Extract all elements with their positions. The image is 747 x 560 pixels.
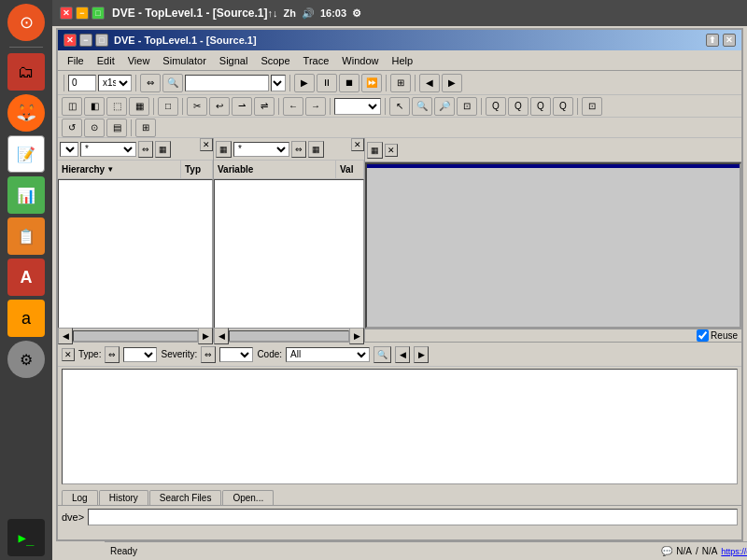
win-close-button[interactable]: ✕ [63, 34, 77, 47]
variable-list-btn[interactable]: ▦ [308, 141, 324, 158]
tb2-cursor[interactable]: ↖ [389, 97, 410, 116]
tb2-10[interactable]: ← [283, 97, 303, 116]
tb3-4[interactable]: ⊞ [135, 119, 156, 137]
severity-view-btn[interactable]: ⇔ [201, 346, 216, 363]
menu-window[interactable]: Window [336, 53, 384, 68]
tb2-1[interactable]: ◫ [62, 97, 82, 116]
log-next-btn[interactable]: ▶ [414, 346, 429, 363]
variable-hscrollbar[interactable]: ◀ ▶ [214, 329, 364, 342]
var-scroll-left-btn[interactable]: ◀ [214, 328, 229, 344]
log-prev-btn[interactable]: ◀ [395, 346, 410, 363]
wave-close-btn[interactable]: ✕ [385, 144, 398, 157]
presentation-icon[interactable]: 📋 [7, 217, 45, 255]
hierarchy-mode-btn[interactable]: ⇔ [138, 141, 153, 158]
menu-simulator[interactable]: Simulator [157, 53, 211, 68]
reuse-checkbox[interactable] [697, 329, 709, 342]
terminal-icon[interactable]: ▶_ [7, 519, 45, 556]
spreadsheet-icon[interactable]: 📊 [7, 176, 45, 214]
tb2-z3[interactable]: Q [530, 97, 551, 116]
tb3-3[interactable]: ▤ [106, 119, 127, 137]
variable-close-btn[interactable]: ✕ [351, 138, 364, 151]
menu-trace[interactable]: Trace [298, 53, 335, 68]
amazon-icon[interactable]: a [7, 300, 45, 337]
status-link[interactable]: https://eg...rg/... [721, 547, 747, 556]
text-editor-icon[interactable]: 📝 [7, 135, 45, 173]
scale-select[interactable]: x1s [98, 75, 132, 91]
variable-type[interactable]: * [233, 142, 289, 157]
search-input[interactable] [185, 75, 269, 91]
tb-stop-btn[interactable]: ⏹ [339, 74, 359, 92]
win-close2-button[interactable]: ✕ [723, 34, 736, 47]
log-search-btn[interactable]: 🔍 [374, 346, 391, 363]
type-select[interactable] [123, 347, 157, 362]
tb3-2[interactable]: ⊙ [84, 119, 105, 137]
scroll-right-btn[interactable]: ▶ [198, 328, 213, 344]
tb2-9[interactable]: ⇌ [254, 97, 275, 116]
hierarchy-content[interactable] [58, 179, 213, 329]
type-view-btn[interactable]: ⇔ [105, 346, 120, 363]
os-min-button[interactable]: − [76, 7, 89, 20]
tb2-z1[interactable]: Q [486, 97, 506, 116]
scrollbar-track[interactable] [73, 330, 198, 342]
log-content[interactable] [62, 369, 738, 484]
menu-signal[interactable]: Signal [214, 53, 254, 68]
firefox-icon[interactable]: 🦊 [7, 94, 45, 132]
tab-history[interactable]: History [99, 490, 148, 505]
tab-log[interactable]: Log [62, 490, 98, 505]
tb2-2[interactable]: ◧ [84, 97, 105, 116]
scroll-left-btn[interactable]: ◀ [58, 328, 73, 344]
var-scrollbar-track[interactable] [229, 330, 349, 342]
variable-content[interactable] [214, 179, 364, 329]
os-close-button[interactable]: ✕ [60, 7, 73, 20]
reuse-checkbox-container[interactable]: Reuse [697, 329, 738, 342]
severity-select[interactable] [219, 347, 253, 362]
var-scroll-right-btn[interactable]: ▶ [349, 328, 364, 344]
menu-view[interactable]: View [122, 53, 156, 68]
hierarchy-hscrollbar[interactable]: ◀ ▶ [58, 329, 213, 342]
tb2-z4[interactable]: Q [553, 97, 573, 116]
tb2-select[interactable] [334, 98, 381, 115]
variable-view-btn[interactable]: ▦ [216, 141, 232, 158]
tb2-z2[interactable]: Q [508, 97, 529, 116]
win-restore-button[interactable]: ⬆ [706, 34, 719, 47]
tb-btn-1[interactable]: ⇔ [140, 74, 161, 92]
tab-open[interactable]: Open... [222, 490, 274, 505]
tb-ff-btn[interactable]: ⏩ [361, 74, 382, 92]
tb2-zoom-in[interactable]: 🔍 [412, 97, 432, 116]
code-select[interactable]: All [286, 347, 370, 362]
tb2-8[interactable]: ⇀ [232, 97, 252, 116]
wave-content[interactable] [365, 162, 741, 329]
menu-help[interactable]: Help [386, 53, 418, 68]
tb-pause-btn[interactable]: ⏸ [317, 74, 337, 92]
hierarchy-close-btn[interactable]: ✕ [200, 138, 213, 151]
tb2-6[interactable]: ✂ [187, 97, 207, 116]
value-input[interactable] [68, 75, 96, 91]
os-max-button[interactable]: □ [92, 7, 105, 20]
menu-scope[interactable]: Scope [255, 53, 295, 68]
tb2-fit[interactable]: ⊡ [457, 97, 477, 116]
cmd-input[interactable] [88, 509, 738, 525]
search-select[interactable] [271, 75, 286, 91]
variable-mode-btn[interactable]: ⇔ [291, 141, 306, 158]
ubuntu-icon[interactable]: ⊙ [7, 4, 45, 41]
wave-view-btn[interactable]: ▦ [367, 142, 383, 159]
tb2-11[interactable]: → [305, 97, 326, 116]
tb2-3[interactable]: ⬚ [106, 97, 127, 116]
settings-icon[interactable]: ⚙ [7, 341, 45, 378]
tb-play-btn[interactable]: ▶ [294, 74, 315, 92]
tb2-4[interactable]: ▦ [129, 97, 149, 116]
tb2-zoom-out[interactable]: 🔎 [434, 97, 455, 116]
menu-edit[interactable]: Edit [92, 53, 120, 68]
tab-search-files[interactable]: Search Files [149, 490, 222, 505]
hierarchy-type[interactable]: * [80, 142, 136, 157]
tb-left-btn[interactable]: ◀ [419, 74, 440, 92]
log-close-btn[interactable]: ✕ [62, 348, 75, 361]
file-manager-icon[interactable]: 🗂 [7, 53, 45, 91]
hierarchy-filter[interactable] [60, 142, 78, 157]
search-btn[interactable]: 🔍 [162, 74, 183, 92]
win-min-button[interactable]: − [79, 34, 92, 47]
hierarchy-view-btn[interactable]: ▦ [155, 141, 171, 158]
tb2-5[interactable]: □ [158, 97, 178, 116]
win-max-button[interactable]: □ [95, 34, 108, 47]
tb-right-btn[interactable]: ▶ [442, 74, 462, 92]
